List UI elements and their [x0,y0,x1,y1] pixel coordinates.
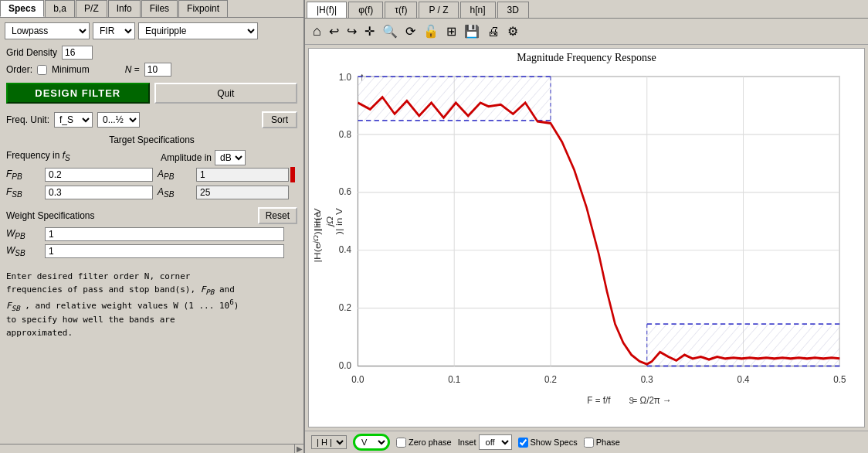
apb-red-bar [290,167,295,182]
inset-label: Inset [458,438,476,447]
amp-unit-select[interactable]: dB V [215,150,246,165]
home-button[interactable]: ⌂ [311,22,323,41]
svg-text:0.0: 0.0 [351,374,364,386]
fpb-input[interactable] [45,168,153,182]
amp-header: Amplitude in dB V [161,150,297,165]
left-bottom: ▶ [0,444,303,453]
wsb-input[interactable] [45,244,284,258]
fpb-row: FPB APB [6,167,297,182]
svg-text:0.0: 0.0 [339,359,351,371]
crosshair-button[interactable]: ✛ [363,22,376,40]
specs-grid: Frequency in fS Amplitude in dB V FPB AP… [0,148,303,204]
freq-unit-row: Freq. Unit: f_S f_N Hz 0...½ 0...1 Sort [0,108,303,131]
svg-text:0.4: 0.4 [737,374,749,386]
filter-method-select[interactable]: FIR IIR [93,22,135,39]
svg-text:jΩ: jΩ [324,216,334,228]
tab-fixpoint[interactable]: Fixpoint [178,0,228,17]
apb-input[interactable] [196,168,289,182]
save1-button[interactable]: 💾 [463,22,481,40]
svg-text:)| in V: )| in V [334,207,344,234]
tab-group-delay[interactable]: τ(f) [385,2,417,18]
svg-text:0.1: 0.1 [448,374,460,386]
info-text: Enter desired filter order N, corner fre… [0,264,303,346]
button-row: DESIGN FILTER Quit [0,78,303,108]
minimum-order-checkbox[interactable] [37,65,47,75]
tab-phase[interactable]: φ(f) [348,2,383,18]
minimum-label: Minimum [52,64,90,75]
h-select[interactable]: | H | H [311,435,347,449]
grid-density-input[interactable] [62,46,93,60]
lock-button[interactable]: 🔓 [422,22,440,40]
show-specs-label: Show Specs [518,438,578,448]
asb-input[interactable] [196,186,289,199]
redo-button[interactable]: ↪ [345,22,358,40]
weight-header: Weight Specifications Reset [6,207,297,224]
chart-svg: 0.0 0.1 0.2 0.3 0.4 0.5 0.0 0.2 0.4 0.6 … [309,67,864,422]
tab-pz[interactable]: P/Z [76,0,107,17]
phase-label: Phase [584,438,620,448]
svg-text:= Ω/2π →: = Ω/2π → [632,394,671,406]
chart-title: Magnitude Frequency Response [309,49,864,67]
apb-label: APB [158,169,196,181]
tab-magnitude[interactable]: |H(f)| [307,2,347,18]
filter-type-row: Lowpass Highpass Bandpass FIR IIR Equiri… [0,18,303,44]
tab-files[interactable]: Files [141,0,178,17]
sort-button[interactable]: Sort [262,111,297,128]
left-tab-bar: Specs b,a P/Z Info Files Fixpoint [0,0,303,18]
svg-text:F = f/f: F = f/f [587,394,611,406]
show-specs-checkbox[interactable] [518,438,528,448]
target-specs-title: Target Specifications [0,131,303,148]
v-select[interactable]: V dB [353,434,390,451]
weight-section: Weight Specifications Reset WPB WSB [0,204,303,264]
specs-header: Frequency in fS Amplitude in dB V [6,150,297,165]
zero-phase-checkbox[interactable] [396,438,406,448]
wsb-row: WSB [6,244,297,258]
quit-button[interactable]: Quit [154,83,298,104]
wpb-input[interactable] [45,227,284,241]
order-row: Order: Minimum N = [0,61,303,78]
left-spacer [0,444,294,453]
wpb-label: WPB [6,228,45,240]
zoom-button[interactable]: 🔍 [381,22,399,40]
design-filter-button[interactable]: DESIGN FILTER [6,83,150,104]
tab-pole-zero[interactable]: P / Z [419,2,458,18]
grid-button[interactable]: ⊞ [445,22,458,40]
grid-density-label: Grid Density [6,47,57,58]
fpb-label: FPB [6,169,45,181]
tab-3d[interactable]: 3D [497,2,529,18]
show-specs-text: Show Specs [531,438,578,447]
n-value-input[interactable] [144,63,171,77]
freq-unit-select[interactable]: f_S f_N Hz [54,112,93,128]
fsb-row: FSB ASB [6,186,297,199]
tab-specs[interactable]: Specs [0,0,44,17]
inset-select[interactable]: off on [479,434,512,450]
phase-checkbox[interactable] [584,438,594,448]
asb-label: ASB [158,186,196,199]
svg-text:1.0: 1.0 [339,71,351,83]
right-panel: |H(f)| φ(f) τ(f) P / Z h[n] 3D ⌂ ↩ ↪ ✛ 🔍… [305,0,868,453]
freq-range-select[interactable]: 0...½ 0...1 [97,112,140,128]
refresh-button[interactable]: ⟳ [404,22,417,40]
svg-text:|H(ejΩ)| in V: |H(ejΩ)| in V [311,208,322,263]
inset-group: Inset off on [458,434,512,450]
svg-text:0.2: 0.2 [339,302,351,314]
fsb-input[interactable] [45,186,153,199]
tab-ba[interactable]: b,a [45,0,75,17]
reset-button[interactable]: Reset [258,207,297,224]
weight-title: Weight Specifications [6,210,95,221]
resize-handle[interactable]: ▶ [294,444,303,453]
chart-area: Magnitude Frequency Response [308,48,865,427]
zero-phase-label: Zero phase [396,438,452,448]
tab-impulse[interactable]: h[n] [460,2,496,18]
chart-container: 0.0 0.1 0.2 0.3 0.4 0.5 0.0 0.2 0.4 0.6 … [309,67,864,422]
filter-type-select[interactable]: Lowpass Highpass Bandpass [5,22,90,39]
order-label: Order: [6,64,32,75]
settings-button[interactable]: ⚙ [506,22,520,40]
save2-button[interactable]: 🖨 [486,23,501,40]
undo-button[interactable]: ↩ [327,22,341,40]
tab-info[interactable]: Info [108,0,141,17]
filter-design-select[interactable]: Equiripple Least-Squares [138,22,258,39]
freq-header: Frequency in fS [6,150,161,165]
fsb-label: FSB [6,186,45,199]
svg-text:0.5: 0.5 [833,374,846,386]
